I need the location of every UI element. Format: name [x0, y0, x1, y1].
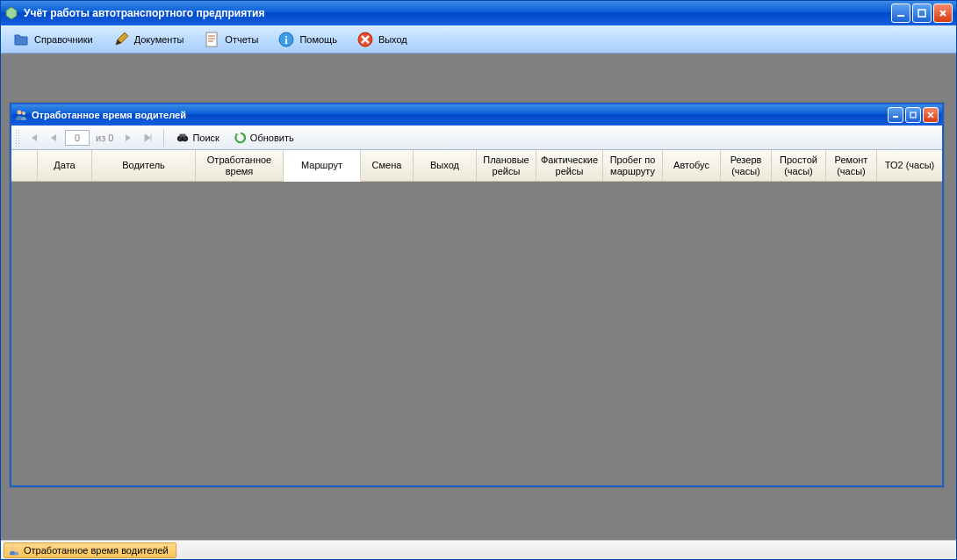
- minimize-button[interactable]: [891, 4, 910, 23]
- mdi-taskbar: Отработанное время водителей: [1, 540, 956, 559]
- documents-button[interactable]: Документы: [104, 27, 192, 52]
- column-reserve-hours[interactable]: Резерв (часы): [721, 150, 772, 181]
- column-repair-hours[interactable]: Ремонт (часы): [826, 150, 877, 181]
- main-window-buttons: [891, 4, 953, 23]
- toolbar-grip[interactable]: [15, 129, 20, 147]
- reports-label: Отчеты: [225, 34, 258, 45]
- drivers-icon: [8, 544, 20, 556]
- svg-rect-8: [893, 116, 898, 118]
- svg-text:i: i: [285, 33, 289, 47]
- column-worked-time[interactable]: Отработанное время: [196, 150, 284, 181]
- svg-rect-12: [180, 133, 186, 137]
- nav-last-button[interactable]: [140, 129, 157, 147]
- exit-button[interactable]: Выход: [349, 27, 415, 52]
- child-maximize-button[interactable]: [905, 107, 921, 123]
- nav-of-label: из 0: [92, 133, 117, 143]
- document-icon: [203, 31, 220, 48]
- toolbar-separator: [163, 129, 164, 147]
- child-minimize-button[interactable]: [888, 107, 903, 123]
- documents-label: Документы: [134, 34, 184, 45]
- column-driver[interactable]: Водитель: [92, 150, 196, 181]
- help-button[interactable]: i Помощь: [270, 27, 345, 52]
- search-label: Поиск: [192, 133, 219, 143]
- references-label: Справочники: [34, 34, 93, 45]
- main-window: Учёт работы автотранспортного предприяти…: [0, 0, 957, 560]
- column-exit[interactable]: Выход: [414, 150, 477, 181]
- svg-rect-1: [918, 10, 925, 17]
- refresh-label: Обновить: [250, 133, 294, 143]
- refresh-icon: [234, 132, 247, 144]
- svg-point-13: [11, 546, 14, 549]
- row-header-column[interactable]: [11, 150, 38, 181]
- nav-next-button[interactable]: [119, 129, 137, 147]
- taskbar-item-drivers-time[interactable]: Отработанное время водителей: [4, 542, 176, 558]
- column-bus[interactable]: Автобус: [663, 150, 721, 181]
- column-actual-trips[interactable]: Фактические рейсы: [536, 150, 603, 181]
- column-date[interactable]: Дата: [38, 150, 92, 181]
- app-icon: [4, 6, 18, 20]
- folder-icon: [12, 31, 30, 48]
- navigator-toolbar: из 0 Поиск Обнов: [11, 126, 942, 150]
- child-window-buttons: [888, 107, 939, 123]
- child-close-button[interactable]: [923, 107, 939, 123]
- info-icon: i: [277, 31, 295, 48]
- nav-prev-button[interactable]: [45, 129, 62, 147]
- svg-rect-0: [897, 15, 904, 17]
- nav-first-button[interactable]: [25, 129, 42, 147]
- column-route[interactable]: Маршрут: [284, 150, 361, 182]
- child-window-title: Отработанное время водителей: [32, 110, 888, 120]
- svg-rect-9: [910, 112, 916, 118]
- mdi-client-area: Отработанное время водителей: [1, 54, 956, 540]
- column-shift[interactable]: Смена: [361, 150, 414, 181]
- column-idle-hours[interactable]: Простой (часы): [772, 150, 826, 181]
- taskbar-item-label: Отработанное время водителей: [24, 545, 169, 556]
- search-button[interactable]: Поиск: [170, 129, 225, 147]
- main-toolbar: Справочники Документы Отчеты i Помощь Вы…: [1, 25, 956, 54]
- svg-point-6: [18, 111, 22, 115]
- main-window-title: Учёт работы автотранспортного предприяти…: [24, 7, 891, 19]
- refresh-button[interactable]: Обновить: [228, 129, 300, 147]
- column-planned-trips[interactable]: Плановые рейсы: [477, 150, 536, 181]
- main-titlebar: Учёт работы автотранспортного предприяти…: [1, 1, 956, 25]
- maximize-button[interactable]: [912, 4, 932, 23]
- column-route-mileage[interactable]: Пробег по маршруту: [603, 150, 663, 181]
- binoculars-icon: [176, 132, 189, 144]
- svg-rect-2: [206, 32, 217, 47]
- svg-point-14: [15, 547, 18, 549]
- pen-icon: [112, 31, 130, 48]
- child-titlebar: Отработанное время водителей: [11, 104, 942, 126]
- reports-button[interactable]: Отчеты: [195, 27, 266, 52]
- column-to2-hours[interactable]: ТО2 (часы): [877, 150, 942, 181]
- svg-point-7: [22, 111, 25, 115]
- grid-body[interactable]: [11, 182, 942, 485]
- close-button[interactable]: [933, 4, 953, 23]
- help-label: Помощь: [299, 34, 337, 45]
- references-button[interactable]: Справочники: [4, 27, 101, 52]
- exit-icon: [356, 31, 374, 48]
- exit-label: Выход: [378, 34, 407, 45]
- grid-header: Дата Водитель Отработанное время Маршрут…: [11, 150, 942, 182]
- child-window: Отработанное время водителей: [10, 103, 944, 487]
- drivers-icon: [15, 109, 27, 121]
- nav-position-input[interactable]: [65, 130, 90, 146]
